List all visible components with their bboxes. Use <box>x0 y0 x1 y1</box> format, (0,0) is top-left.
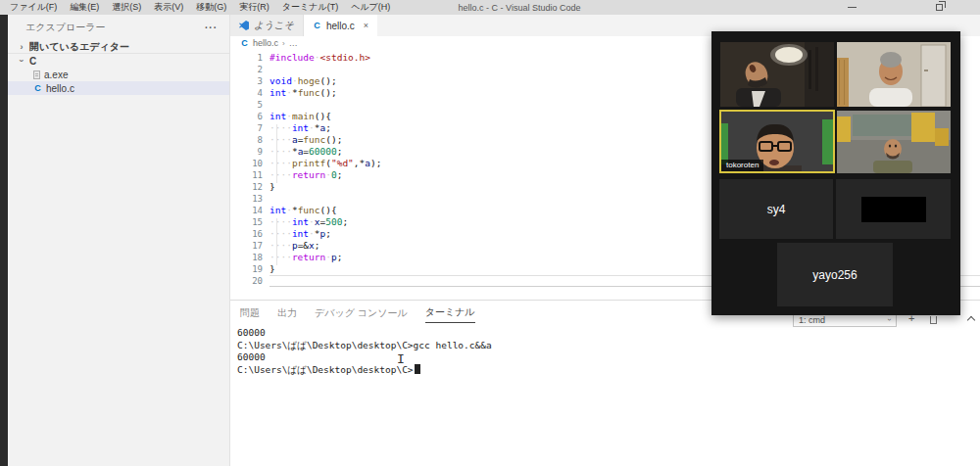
line-number: 14 <box>230 205 270 216</box>
line-number: 18 <box>230 252 270 263</box>
panel-tab-debug-console[interactable]: デバッグ コンソール <box>315 303 408 323</box>
close-icon[interactable]: × <box>364 21 368 30</box>
line-number: 2 <box>230 64 270 75</box>
participant-video <box>720 42 834 107</box>
bottom-panel: 問題出力デバッグ コンソールターミナル 60000C:\Users\ばば\Des… <box>230 300 980 466</box>
file-row-helloc[interactable]: C hello.c <box>8 81 229 95</box>
minimize-icon[interactable] <box>848 7 857 8</box>
line-number: 11 <box>230 169 270 181</box>
breadcrumb-file: hello.c <box>253 38 278 48</box>
menu-item-edit[interactable]: 編集(E) <box>70 1 99 14</box>
explorer-sidebar: エクスプローラー ··· › 開いているエディター › C a.exe C he… <box>8 15 230 466</box>
c-file-icon: C <box>240 38 249 48</box>
video-tile-2[interactable] <box>837 42 951 107</box>
binary-file-icon <box>33 70 40 79</box>
file-label: hello.c <box>46 83 74 94</box>
terminal-output[interactable]: 60000C:\Users\ばば\Desktop\desktop\C>gcc h… <box>230 324 980 377</box>
chevron-right-icon: › <box>282 39 285 48</box>
participant-video <box>837 111 951 173</box>
line-number: 5 <box>230 99 270 111</box>
participant-name-label: yayo256 <box>812 268 857 282</box>
line-number: 1 <box>230 52 270 64</box>
participant-name-label: sy4 <box>767 203 786 216</box>
indent-guide <box>276 124 277 183</box>
shell-selector-value: 1: cmd <box>799 315 825 325</box>
menu-item-go[interactable]: 移動(G) <box>196 1 226 14</box>
participant-video <box>837 42 951 107</box>
indent-guide <box>276 218 277 265</box>
tab-label: ようこそ <box>254 19 294 32</box>
terminal-line: C:\Users\ばば\Desktop\desktop\C> <box>237 364 980 377</box>
menu-item-help[interactable]: ヘルプ(H) <box>351 1 390 14</box>
participant-name-label: tokoroten <box>721 160 763 171</box>
background-window-edge <box>0 15 8 466</box>
folder-row-c[interactable]: › C <box>8 54 229 68</box>
folder-label: C <box>29 56 36 67</box>
explorer-title: エクスプローラー <box>25 21 105 34</box>
tab-welcome[interactable]: ようこそ <box>230 15 304 36</box>
restore-icon[interactable] <box>936 4 943 11</box>
video-tile-redacted[interactable] <box>836 179 951 239</box>
line-number: 9 <box>230 146 270 158</box>
video-call-overlay: tokoroten sy4 yayo256 <box>711 31 960 315</box>
menu-item-run[interactable]: 実行(R) <box>239 1 270 14</box>
line-number: 16 <box>230 228 270 240</box>
c-file-icon: C <box>313 21 321 30</box>
terminal-line: 60000 <box>237 351 980 364</box>
line-number: 19 <box>230 263 270 275</box>
line-number: 10 <box>230 158 270 169</box>
tab-label: hello.c <box>326 21 355 31</box>
line-number: 17 <box>230 240 270 252</box>
open-editors-label: 開いているエディター <box>29 40 129 54</box>
more-actions-icon[interactable]: ··· <box>205 23 218 33</box>
panel-tab-terminal[interactable]: ターミナル <box>425 302 475 323</box>
window-title: hello.c - C - Visual Studio Code <box>459 3 581 13</box>
line-number: 13 <box>230 193 270 205</box>
chevron-down-icon: › <box>17 57 26 65</box>
file-row-aexe[interactable]: a.exe <box>8 68 229 81</box>
video-tile-yayo256[interactable]: yayo256 <box>777 243 893 306</box>
terminal-cursor <box>415 364 420 374</box>
line-number: 6 <box>230 111 270 122</box>
terminal-line: C:\Users\ばば\Desktop\desktop\C>gcc hello.… <box>237 340 980 352</box>
panel-tab-problems[interactable]: 問題 <box>240 303 260 323</box>
line-number: 20 <box>230 275 270 287</box>
terminal-line: 60000 <box>237 327 980 340</box>
line-number: 7 <box>230 122 270 134</box>
menu-item-selection[interactable]: 選択(S) <box>112 1 141 14</box>
menu-item-view[interactable]: 表示(V) <box>154 1 183 14</box>
breadcrumb-more: … <box>289 38 298 48</box>
title-bar: ファイル(F)編集(E)選択(S)表示(V)移動(G)実行(R)ターミナル(T)… <box>0 0 980 15</box>
video-tile-sy4[interactable]: sy4 <box>719 179 833 239</box>
menu-bar: ファイル(F)編集(E)選択(S)表示(V)移動(G)実行(R)ターミナル(T)… <box>0 1 390 14</box>
vscode-logo-icon <box>239 21 249 30</box>
line-number: 4 <box>230 87 270 99</box>
tab-helloc[interactable]: C hello.c × <box>304 15 377 36</box>
video-tile-1[interactable] <box>720 42 834 107</box>
panel-tab-output[interactable]: 出力 <box>277 303 297 323</box>
line-number: 15 <box>230 216 270 228</box>
menu-item-terminal[interactable]: ターミナル(T) <box>282 1 338 14</box>
video-tile-tokoroten[interactable]: tokoroten <box>719 110 835 173</box>
line-number: 8 <box>230 134 270 146</box>
file-label: a.exe <box>44 70 68 80</box>
chevron-down-icon: › <box>885 318 894 321</box>
line-number: 12 <box>230 181 270 193</box>
line-number: 3 <box>230 75 270 87</box>
open-editors-section[interactable]: › 開いているエディター <box>8 40 229 54</box>
c-file-icon: C <box>33 83 42 93</box>
menu-item-file[interactable]: ファイル(F) <box>10 1 57 14</box>
kill-terminal-icon[interactable] <box>930 316 937 324</box>
redacted-name-box <box>861 197 926 222</box>
video-tile-4[interactable] <box>837 111 951 173</box>
chevron-right-icon: › <box>18 42 25 52</box>
